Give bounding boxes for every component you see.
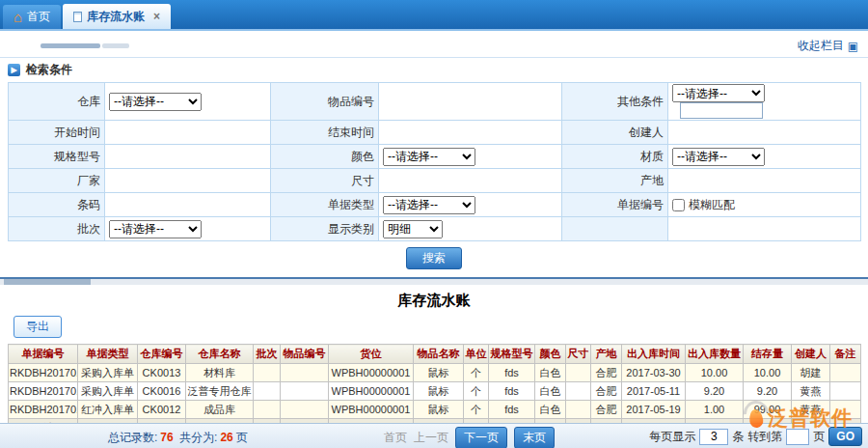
cell-end-time — [379, 121, 562, 145]
table-row[interactable]: RKDBH20170... 采购入库单 CK0016 泛普专用仓库 WPBH00… — [9, 382, 861, 401]
perpage-unit: 条 — [732, 429, 744, 445]
document-icon — [73, 12, 82, 22]
column-header: 规格型号 — [489, 345, 535, 364]
cell-warehouse: --请选择-- — [105, 83, 271, 121]
origin-input[interactable] — [672, 172, 849, 189]
other-condition-input[interactable] — [680, 102, 763, 119]
table-cell: 1.00 — [686, 401, 744, 419]
doc-type-select[interactable]: --请选择-- — [383, 196, 475, 214]
collapse-panel-link[interactable]: 收起栏目 ▣ — [798, 38, 858, 54]
manufacturer-input[interactable] — [109, 172, 259, 189]
horizontal-scrollbar-track — [102, 43, 129, 48]
perpage-input[interactable] — [699, 429, 728, 445]
table-cell: 9.20 — [686, 382, 744, 401]
table-cell: 白色 — [535, 401, 566, 419]
column-header: 创建人 — [792, 345, 830, 364]
label-color: 颜色 — [271, 145, 379, 169]
table-cell: 泛普专用仓库 — [186, 382, 254, 401]
table-row[interactable]: RKDBH20170... 采购入库单 CK0013 材料库 WPBH00000… — [9, 364, 861, 382]
perpage-label: 每页显示 — [649, 429, 695, 445]
color-select[interactable]: --请选择-- — [383, 148, 475, 166]
export-button[interactable]: 导出 — [14, 316, 62, 338]
label-display-type: 显示类别 — [271, 217, 379, 241]
total-records-value: 76 — [160, 431, 173, 444]
table-cell — [281, 401, 329, 419]
label-end-time: 结束时间 — [271, 121, 379, 145]
creator-input[interactable] — [672, 124, 849, 141]
collapse-panel-label: 收起栏目 — [798, 38, 844, 54]
table-cell: 个 — [464, 401, 489, 419]
table-cell: WPBH00000001 — [329, 382, 414, 401]
table-cell: 白色 — [535, 382, 566, 401]
end-time-input[interactable] — [383, 124, 551, 141]
table-cell: 2017-03-30 — [622, 364, 686, 382]
prev-page-link[interactable]: 上一页 — [414, 430, 448, 446]
table-cell: 白色 — [535, 364, 566, 382]
column-header: 结存量 — [744, 345, 792, 364]
fuzzy-match-checkbox[interactable] — [672, 199, 685, 211]
first-page-link[interactable]: 首页 — [384, 430, 407, 446]
column-header: 单据编号 — [9, 345, 78, 364]
cell-other-condition: --请选择-- — [668, 83, 861, 121]
table-cell: RKDBH20170... — [9, 364, 78, 382]
pages-value: 26 — [220, 431, 232, 444]
tab-inventory-ledger[interactable]: 库存流水账 × — [63, 4, 171, 29]
warehouse-select[interactable]: --请选择-- — [109, 93, 202, 111]
table-cell: WPBH00000001 — [329, 364, 414, 382]
cell-spec — [105, 145, 271, 169]
table-cell — [281, 382, 329, 401]
spec-input[interactable] — [109, 148, 259, 165]
results-scrollbar-thumb[interactable] — [4, 279, 91, 285]
column-header: 颜色 — [535, 345, 566, 364]
other-condition-select[interactable]: --请选择-- — [672, 84, 765, 102]
table-cell: CK0013 — [138, 364, 186, 382]
tab-home-label: 首页 — [27, 9, 50, 25]
column-header: 批次 — [254, 345, 281, 364]
tab-bar: ⌂ 首页 库存流水账 × — [0, 0, 868, 29]
label-empty — [562, 217, 668, 241]
table-cell — [566, 382, 591, 401]
cell-creator — [668, 121, 861, 145]
item-no-input[interactable] — [383, 93, 551, 110]
cell-manufacturer — [105, 169, 271, 193]
close-tab-icon[interactable]: × — [153, 10, 160, 23]
table-cell — [254, 382, 281, 401]
cell-batch: --请选择-- — [105, 217, 271, 241]
search-button[interactable]: 搜索 — [406, 247, 462, 269]
cell-doc-no: 模糊匹配 — [668, 193, 861, 217]
table-cell: 99.00 — [744, 401, 792, 419]
pages-label: 共分为: — [179, 431, 217, 444]
table-cell — [566, 364, 591, 382]
column-header: 单据类型 — [78, 345, 138, 364]
table-cell: WPBH00000001 — [329, 401, 414, 419]
barcode-input[interactable] — [109, 196, 259, 213]
table-cell — [830, 382, 861, 401]
table-cell: 黄燕 — [792, 401, 830, 419]
horizontal-scrollbar-thumb[interactable] — [41, 43, 100, 48]
tab-home[interactable]: ⌂ 首页 — [3, 5, 61, 29]
label-item-no: 物品编号 — [271, 83, 379, 121]
batch-select[interactable]: --请选择-- — [109, 220, 202, 238]
display-type-select[interactable]: 明细 — [383, 220, 443, 238]
material-select[interactable]: --请选择-- — [672, 148, 765, 166]
table-cell: RKDBH20170... — [9, 382, 78, 401]
column-header: 出入库数量 — [686, 345, 744, 364]
search-conditions-title: 检索条件 — [26, 62, 72, 78]
start-time-input[interactable] — [109, 124, 259, 141]
go-button[interactable]: GO — [828, 427, 862, 446]
results-horizontal-scrollbar — [0, 279, 868, 285]
tab-inventory-ledger-label: 库存流水账 — [87, 9, 145, 25]
size-input[interactable] — [383, 172, 551, 189]
label-creator: 创建人 — [562, 121, 668, 145]
last-page-button[interactable]: 末页 — [514, 427, 555, 448]
goto-page-input[interactable] — [786, 429, 809, 445]
table-cell: CK0012 — [138, 401, 186, 419]
next-page-button[interactable]: 下一页 — [455, 427, 507, 448]
total-records-label: 总记录数: — [108, 431, 157, 444]
table-row[interactable]: RKDBH20170... 红冲入库单 CK0012 成品库 WPBH00000… — [9, 401, 861, 419]
table-cell — [566, 401, 591, 419]
table-cell: 红冲入库单 — [78, 401, 138, 419]
label-start-time: 开始时间 — [9, 121, 105, 145]
table-cell — [830, 401, 861, 419]
column-header: 产地 — [591, 345, 622, 364]
